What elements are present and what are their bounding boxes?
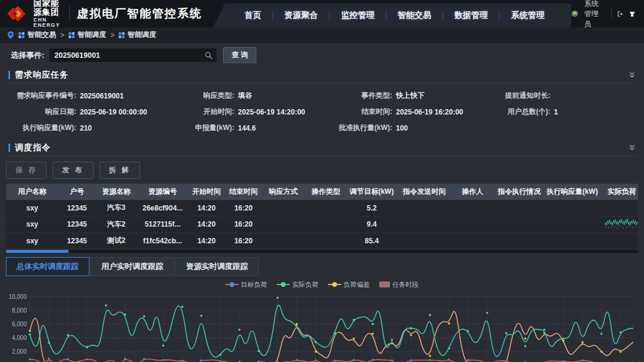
legend-item-2[interactable]: 实际负荷 xyxy=(277,280,318,289)
table-row[interactable]: sxy12345汽车326e8cf904...14:2016:205.2 xyxy=(6,200,638,216)
nav-item-3[interactable]: 监控管理 xyxy=(330,10,386,21)
dispatch-section-header: 调度指令 xyxy=(6,140,638,156)
nav-item-2[interactable]: 资源聚合 xyxy=(273,10,329,21)
field-value: 144.6 xyxy=(238,124,256,132)
event-select-input[interactable] xyxy=(53,51,205,60)
field-value: 1 xyxy=(554,108,558,116)
actual-load-sparkline xyxy=(603,217,638,230)
field-value: 210 xyxy=(80,124,92,132)
nav-item-5[interactable]: 数据管理 xyxy=(443,10,499,21)
field-value: 2025-06-19 16:20:00 xyxy=(396,108,463,116)
nav-item-4[interactable]: 智能交易 xyxy=(386,10,442,21)
field-6: 开始时间:2025-06-19 14:20:00 xyxy=(164,104,322,120)
field-value: 2025-06-19 14:20:00 xyxy=(238,108,305,116)
field-value: 2025-06-19 00:00:00 xyxy=(80,108,147,116)
query-button[interactable]: 查 询 xyxy=(223,47,256,63)
section-accent-bar xyxy=(8,71,10,79)
field-value: 填谷 xyxy=(238,91,252,101)
event-select-label: 选择事件: xyxy=(11,50,44,61)
theme-shirt-icon[interactable] xyxy=(629,9,636,19)
tab-3[interactable]: 资源实时调度跟踪 xyxy=(175,257,259,276)
table-cell: 16:20 xyxy=(225,200,262,216)
tracking-tabs: 总体实时调度跟踪用户实时调度跟踪资源实时调度跟踪 xyxy=(6,257,638,276)
column-header-3: 资源名称 xyxy=(95,184,137,200)
table-cell: 12345 xyxy=(58,200,95,216)
dispatch-button-1[interactable]: 保 存 xyxy=(6,162,47,179)
dispatch-tracking-chart: 02,0004,0006,0008,00010,0000:000:451:302… xyxy=(6,290,638,362)
table-cell xyxy=(494,233,545,249)
table-horizontal-scrollbar xyxy=(6,250,638,253)
collapse-chevron-icon[interactable] xyxy=(628,72,636,79)
legend-label: 实际负荷 xyxy=(292,280,318,289)
chn-energy-logo-icon xyxy=(6,5,30,23)
legend-item-3[interactable]: 负荷偏差 xyxy=(328,280,370,289)
svg-text:8,000: 8,000 xyxy=(12,307,27,314)
demand-section-header: 需求响应任务 xyxy=(6,67,638,83)
event-toolbar: 选择事件: 查 询 xyxy=(6,43,638,66)
table-cell: 14:20 xyxy=(188,216,225,233)
breadcrumb-item-1[interactable]: 智能交易 xyxy=(18,30,56,40)
nav-item-6[interactable]: 系统管理 xyxy=(500,10,556,21)
table-cell: 14:20 xyxy=(188,200,225,216)
table-cell xyxy=(600,200,638,216)
field-4: 提前通知时长: xyxy=(480,88,638,104)
logout-icon[interactable] xyxy=(617,9,623,19)
nav-item-1[interactable]: 首页 xyxy=(233,10,273,21)
svg-text:4,000: 4,000 xyxy=(12,335,27,341)
table-cell xyxy=(397,200,451,216)
breadcrumb: 智能交易>智能调度>智能调度 xyxy=(0,27,644,43)
table-cell xyxy=(545,200,600,216)
table-row[interactable]: sxy12345汽车25127115f...14:2016:209.4 xyxy=(6,216,638,233)
collapse-chevron-icon[interactable] xyxy=(628,144,636,151)
column-header-7: 响应方式 xyxy=(262,184,305,200)
demand-section-title: 需求响应任务 xyxy=(15,70,69,81)
breadcrumb-item-2[interactable]: 智能调度 xyxy=(69,30,106,40)
header-divider xyxy=(69,6,70,21)
svg-text:10,000: 10,000 xyxy=(8,293,27,300)
command-table-clip: 用户名称户号资源名称资源编号开始时间结束时间响应方式操作类型调节目标(kW)指令… xyxy=(6,184,638,249)
field-9: 执行响应量(kW):210 xyxy=(6,120,164,136)
table-cell xyxy=(452,216,494,233)
table-cell xyxy=(545,216,600,233)
table-cell: 16:20 xyxy=(225,216,262,233)
table-scrollbar-thumb[interactable] xyxy=(6,250,69,253)
user-avatar[interactable] xyxy=(571,8,578,20)
column-header-13: 执行响应量(kW) xyxy=(545,184,600,200)
search-icon[interactable] xyxy=(205,51,213,60)
user-name: 系统管理员 xyxy=(584,0,605,29)
table-cell xyxy=(305,200,346,216)
field-label: 响应类型: xyxy=(164,91,234,101)
field-11: 批准执行量(kW):100 xyxy=(322,120,480,136)
table-cell: 9.4 xyxy=(346,216,397,233)
app-header: 国家能源集团 CHN ENERGY 虚拟电厂智能管控系统 首页资源聚合监控管理智… xyxy=(0,0,644,27)
table-cell: 测试2 xyxy=(95,233,137,249)
table-cell xyxy=(397,233,451,249)
legend-label: 负荷偏差 xyxy=(343,280,370,289)
field-8: 用户总数(个):1 xyxy=(480,104,638,120)
table-row[interactable]: sxy12345测试2f1fc542cb...14:2016:2085.4 xyxy=(6,233,638,249)
column-header-9: 调节目标(kW) xyxy=(346,184,397,200)
breadcrumb-label: 智能调度 xyxy=(128,30,156,40)
table-cell xyxy=(452,200,494,216)
field-7: 结束时间:2025-06-19 16:20:00 xyxy=(322,104,480,120)
command-table: 用户名称户号资源名称资源编号开始时间结束时间响应方式操作类型调节目标(kW)指令… xyxy=(6,184,638,249)
field-label: 结束时间: xyxy=(322,107,392,117)
dispatch-button-3[interactable]: 拆 解 xyxy=(100,162,140,179)
breadcrumb-item-3[interactable]: 智能调度 xyxy=(119,30,156,40)
breadcrumb-label: 智能交易 xyxy=(27,30,56,40)
table-body: sxy12345汽车326e8cf904...14:2016:205.2sxy1… xyxy=(6,200,638,249)
section-accent-bar xyxy=(8,144,10,152)
table-cell: 12345 xyxy=(58,233,95,249)
breadcrumb-separator: > xyxy=(110,31,114,39)
tab-1[interactable]: 总体实时调度跟踪 xyxy=(6,257,89,276)
dispatch-button-2[interactable]: 发 布 xyxy=(52,162,93,179)
legend-item-4[interactable]: 任务时段 xyxy=(379,280,419,289)
tab-2[interactable]: 用户实时调度跟踪 xyxy=(91,257,174,276)
field-label: 批准执行量(kW): xyxy=(322,123,392,133)
legend-item-1[interactable]: 目标负荷 xyxy=(225,280,267,289)
app-title: 虚拟电厂智能管控系统 xyxy=(77,6,202,21)
svg-text:6,000: 6,000 xyxy=(12,321,27,327)
event-input-wrap xyxy=(49,48,217,63)
grid-icon xyxy=(18,32,24,38)
legend-dot xyxy=(332,282,337,287)
